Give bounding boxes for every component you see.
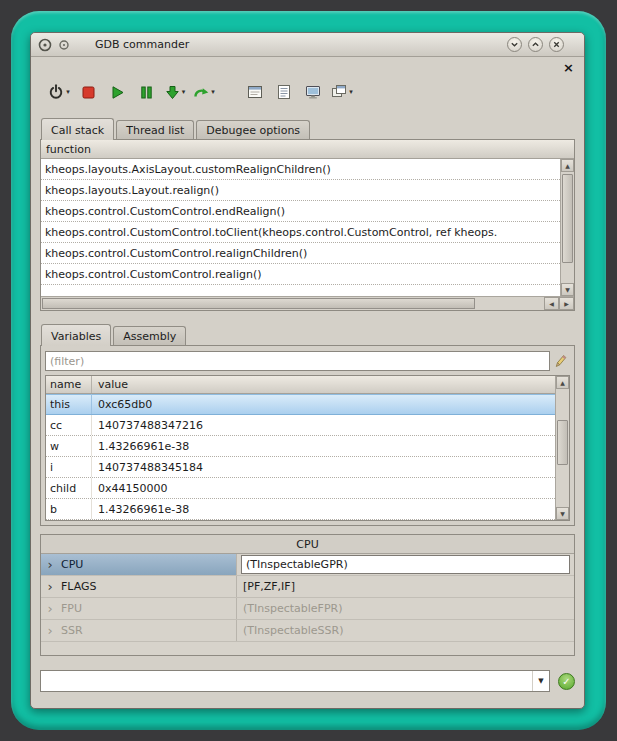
gdb-command-combobox[interactable]: ▼ [40,670,550,692]
pause-icon [139,85,154,100]
window-title: GDB commander [95,38,189,51]
continue-button[interactable] [104,79,130,105]
variable-name: i [46,457,92,477]
function-column-header[interactable]: function [41,140,574,159]
scrollbar-thumb[interactable] [42,298,475,309]
minimize-button[interactable] [507,37,522,52]
call-stack-row[interactable]: kheops.control.CustomControl.realignChil… [41,243,560,264]
scroll-down-icon[interactable]: ▼ [561,283,574,296]
send-command-button[interactable]: ✓ [558,673,575,690]
call-stack-horizontal-scrollbar[interactable]: ◀ ▶ [41,296,574,310]
step-over-button[interactable]: ▾ [191,79,217,105]
call-stack-vertical-scrollbar[interactable]: ▲ ▼ [560,159,574,296]
call-stack-list: kheops.layouts.AxisLayout.customRealignC… [41,159,560,296]
filter-input[interactable] [45,351,550,371]
register-group-value: (TInspectableSSR) [237,620,574,641]
register-value-editor[interactable]: (TInspectableGPR) [241,555,570,574]
expander-icon[interactable]: › [41,559,59,570]
register-group-value: [PF,ZF,IF] [237,576,574,597]
variable-row[interactable]: this 0xc65db0 [46,394,555,415]
register-group-cell[interactable]: › FLAGS [41,576,237,597]
value-column-header[interactable]: value [92,376,555,393]
expander-icon[interactable]: › [41,581,59,592]
maximize-button[interactable] [528,37,543,52]
register-group-cell[interactable]: › FPU [41,598,237,619]
register-group-cell[interactable]: › CPU [41,554,237,575]
variable-row[interactable]: b 1.43266961e-38 [46,499,555,520]
step-into-button[interactable]: ▾ [162,79,188,105]
variable-value: 140737488345184 [92,461,555,474]
variable-row[interactable]: cc 140737488347216 [46,415,555,436]
call-stack-entry: kheops.control.CustomControl.realign() [45,268,262,281]
middle-tabbar: Variables Assembly [40,323,575,345]
variable-row[interactable]: w 1.43266961e-38 [46,436,555,457]
dock-header: × [40,59,575,75]
tab-call-stack[interactable]: Call stack [41,118,114,140]
call-stack-row[interactable]: kheops.control.CustomControl.toClient(kh… [41,222,560,243]
variable-row[interactable]: i 140737488345184 [46,457,555,478]
titlebar[interactable]: GDB commander [31,33,584,57]
scrollbar-track[interactable] [561,172,574,283]
scroll-up-icon[interactable]: ▲ [556,376,569,389]
cpu-register-row[interactable]: › FPU (TInspectableFPR) [41,598,574,620]
editor-window-icon [247,84,263,100]
combo-dropdown-icon[interactable]: ▼ [532,671,549,691]
expander-icon[interactable]: › [41,625,59,636]
pause-button[interactable] [133,79,159,105]
scroll-left-icon[interactable]: ◀ [544,297,559,310]
scrollbar-track[interactable] [41,297,544,310]
variables-panel: name value this 0xc65db0 cc 140737488347… [40,345,575,526]
cpu-register-row[interactable]: › CPU (TInspectableGPR) [41,554,574,576]
register-group-value: (TInspectableFPR) [237,598,574,619]
scrollbar-thumb[interactable] [562,174,573,263]
filter-edit-icon[interactable] [550,354,570,369]
message-list-button[interactable] [271,79,297,105]
call-stack-row[interactable]: kheops.layouts.Layout.realign() [41,180,560,201]
scroll-up-icon[interactable]: ▲ [561,159,574,172]
cpu-panel-title: CPU [41,535,574,553]
variables-header-row: name value [46,376,555,394]
variable-row[interactable]: child 0x44150000 [46,478,555,499]
register-group-cell[interactable]: › SSR [41,620,237,641]
window-frame: GDB commander × [11,11,606,730]
panel-close-icon[interactable]: × [563,62,575,73]
register-group-name: CPU [59,558,236,571]
call-stack-row[interactable]: kheops.layouts.AxisLayout.customRealignC… [41,159,560,180]
stop-icon [81,85,96,100]
chevron-down-icon: ▾ [182,88,186,96]
call-stack-row[interactable]: kheops.control.CustomControl.endRealign(… [41,201,560,222]
cpu-register-row[interactable]: › FLAGS [PF,ZF,IF] [41,576,574,598]
open-editor-button[interactable] [242,79,268,105]
tab-debugee-options[interactable]: Debugee options [196,120,310,139]
cpu-register-row[interactable]: › SSR (TInspectableSSR) [41,620,574,642]
scroll-down-icon[interactable]: ▼ [556,507,569,520]
register-group-name: SSR [59,624,236,637]
variable-value: 1.43266961e-38 [92,440,555,453]
tab-variables[interactable]: Variables [41,324,111,346]
chevron-down-icon: ▾ [349,88,353,96]
scrollbar-track[interactable] [556,389,569,507]
gdb-commander-window: GDB commander × [30,32,585,709]
monitor-icon [305,84,321,100]
filter-row [45,350,570,372]
watch-window-button[interactable] [300,79,326,105]
window-menu-icon[interactable] [58,39,70,51]
call-stack-row[interactable]: kheops.control.CustomControl.realign() [41,264,560,285]
variable-value: 1.43266961e-38 [92,503,555,516]
gdb-command-input[interactable] [41,671,532,691]
call-stack-entry: kheops.control.CustomControl.toClient(kh… [45,226,497,239]
chevron-down-icon: ▾ [211,88,215,96]
expander-icon[interactable]: › [41,603,59,614]
scroll-right-icon[interactable]: ▶ [559,297,574,310]
close-button[interactable] [549,37,564,52]
window-list-button[interactable]: ▾ [329,79,355,105]
name-column-header[interactable]: name [46,376,92,393]
step-into-icon [165,85,180,100]
variables-vertical-scrollbar[interactable]: ▲ ▼ [555,376,569,520]
stop-button[interactable] [75,79,101,105]
call-stack-entry: kheops.layouts.AxisLayout.customRealignC… [45,163,331,176]
power-button[interactable]: ▾ [46,79,72,105]
scrollbar-thumb[interactable] [557,420,568,465]
tab-thread-list[interactable]: Thread list [116,120,194,139]
tab-assembly[interactable]: Assembly [113,326,186,345]
